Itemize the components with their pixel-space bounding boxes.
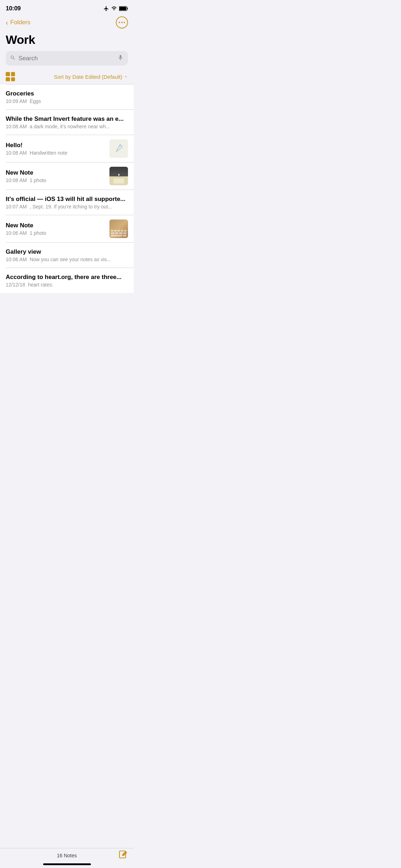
note-preview: heart rates: <box>28 282 53 288</box>
back-button[interactable]: ‹ Folders <box>6 19 30 27</box>
note-time: 10:06 AM <box>6 230 27 236</box>
chevron-down-icon <box>124 74 128 79</box>
note-thumbnail <box>109 139 128 158</box>
note-content: According to heart.org, there are three.… <box>6 274 128 288</box>
note-content: Groceries 10:09 AM Eggs <box>6 90 128 104</box>
search-bar-container <box>0 51 134 70</box>
note-content: New Note 10:06 AM 1 photo <box>6 222 105 236</box>
note-content: While the Smart Invert feature was an e.… <box>6 115 128 129</box>
back-chevron-icon: ‹ <box>6 19 8 27</box>
back-label: Folders <box>10 19 31 26</box>
note-meta: 10:08 AM Handwritten note <box>6 150 105 156</box>
note-content: Gallery view 10:06 AM Now you can see yo… <box>6 248 128 262</box>
note-time: 10:08 AM <box>6 150 27 156</box>
note-preview: Now you can see your notes as vis... <box>30 257 111 262</box>
note-item[interactable]: Groceries 10:09 AM Eggs <box>0 84 134 109</box>
note-content: New Note 10:08 AM 1 photo <box>6 169 105 183</box>
status-icons <box>103 6 128 11</box>
note-thumbnail <box>109 167 128 185</box>
note-item[interactable]: According to heart.org, there are three.… <box>0 268 134 293</box>
sort-label: Sort by Date Edited (Default) <box>54 74 122 80</box>
note-item[interactable]: It's official — iOS 13 will hit all supp… <box>0 190 134 215</box>
handwritten-icon <box>112 142 125 155</box>
nav-bar: ‹ Folders <box>0 15 134 31</box>
note-meta: 12/12/18 heart rates: <box>6 282 128 288</box>
note-preview: Eggs <box>30 98 41 104</box>
note-time: 10:09 AM <box>6 98 27 104</box>
note-meta: 10:06 AM Now you can see your notes as v… <box>6 257 128 262</box>
note-item[interactable]: Hello! 10:08 AM Handwritten note <box>0 135 134 162</box>
note-thumbnail <box>109 219 128 238</box>
note-item[interactable]: While the Smart Invert feature was an e.… <box>0 110 134 135</box>
notes-list: Groceries 10:09 AM Eggs While the Smart … <box>0 84 134 293</box>
note-title: New Note <box>6 169 105 176</box>
note-title: While the Smart Invert feature was an e.… <box>6 115 128 123</box>
search-input[interactable] <box>19 55 114 62</box>
page-title-section: Work <box>0 31 134 51</box>
note-content: It's official — iOS 13 will hit all supp… <box>6 196 128 210</box>
note-item[interactable]: Gallery view 10:06 AM Now you can see yo… <box>0 243 134 268</box>
note-preview: Handwritten note <box>30 150 67 156</box>
gallery-view-button[interactable] <box>6 72 15 81</box>
note-title: Hello! <box>6 142 105 149</box>
microphone-icon[interactable] <box>117 54 124 62</box>
status-time: 10:09 <box>6 5 21 12</box>
note-item[interactable]: New Note 10:06 AM 1 photo <box>0 215 134 242</box>
battery-icon <box>119 6 128 11</box>
more-dots-icon <box>119 22 125 23</box>
airplane-icon <box>103 6 109 11</box>
search-bar[interactable] <box>6 51 128 66</box>
svg-rect-2 <box>127 7 128 10</box>
gallery-grid-icon <box>6 72 15 81</box>
note-preview: a dark mode, it's nowhere near wh... <box>30 124 110 129</box>
page-title: Work <box>6 33 128 47</box>
search-icon <box>10 55 16 62</box>
note-time: 10:08 AM <box>6 124 27 129</box>
note-content: Hello! 10:08 AM Handwritten note <box>6 142 105 156</box>
note-title: Groceries <box>6 90 128 97</box>
note-item[interactable]: New Note 10:08 AM 1 photo <box>0 162 134 190</box>
note-time: 10:07 AM <box>6 204 27 210</box>
toolbar: Sort by Date Edited (Default) <box>0 70 134 84</box>
note-title: It's official — iOS 13 will hit all supp… <box>6 196 128 203</box>
note-time: 10:06 AM <box>6 257 27 262</box>
note-meta: 10:09 AM Eggs <box>6 98 128 104</box>
note-time: 12/12/18 <box>6 282 25 288</box>
sort-button[interactable]: Sort by Date Edited (Default) <box>54 74 128 80</box>
note-title: According to heart.org, there are three.… <box>6 274 128 281</box>
wifi-icon <box>111 6 117 11</box>
note-preview: , Sept. 19. If you're itching to try out… <box>30 204 112 210</box>
note-time: 10:08 AM <box>6 177 27 183</box>
svg-rect-1 <box>119 7 126 10</box>
note-title: Gallery view <box>6 248 128 255</box>
svg-point-3 <box>119 144 121 146</box>
note-meta: 10:08 AM 1 photo <box>6 177 105 183</box>
note-meta: 10:06 AM 1 photo <box>6 230 105 236</box>
note-meta: 10:08 AM a dark mode, it's nowhere near … <box>6 124 128 129</box>
status-bar: 10:09 <box>0 0 134 15</box>
more-options-button[interactable] <box>116 16 128 29</box>
note-meta: 10:07 AM , Sept. 19. If you're itching t… <box>6 204 128 210</box>
note-preview: 1 photo <box>30 230 46 236</box>
note-title: New Note <box>6 222 105 229</box>
note-preview: 1 photo <box>30 177 46 183</box>
